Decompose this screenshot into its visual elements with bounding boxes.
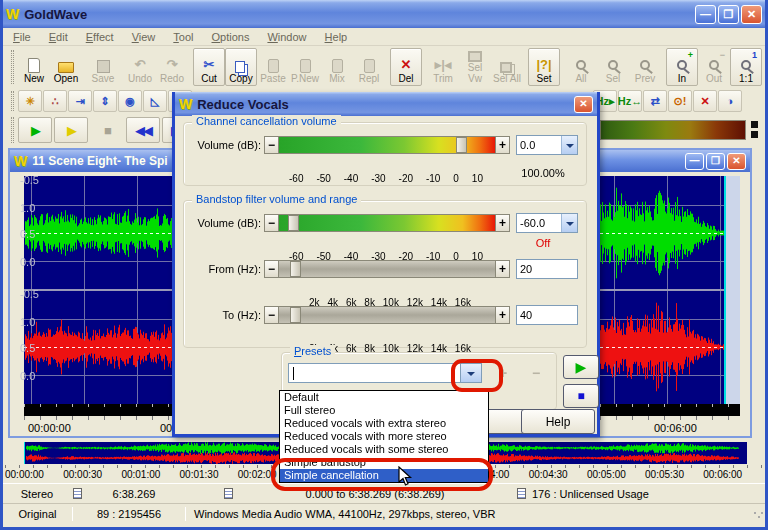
select-all-button[interactable]: Sel All — [491, 48, 523, 86]
stop-button[interactable]: ■ — [90, 117, 124, 143]
from-frequency-slider[interactable] — [279, 260, 495, 278]
play-button[interactable]: ▶ — [18, 117, 52, 143]
fx-seek-button[interactable]: ⇥ — [68, 90, 92, 112]
preset-option[interactable]: Full stereo — [280, 404, 488, 417]
select-view-button[interactable]: Sel Vw — [459, 48, 491, 86]
trim-button[interactable]: ▸|◂ Trim — [427, 48, 459, 86]
close-button[interactable]: ✕ — [741, 5, 762, 24]
preset-option[interactable]: Default — [280, 391, 488, 404]
save-button[interactable]: Save — [87, 48, 119, 86]
bandstop-volume-combo[interactable]: -60.0 — [516, 213, 578, 233]
zoom-all-button[interactable]: All — [565, 48, 597, 86]
to-frequency-slider[interactable] — [279, 306, 495, 324]
dialog-stop-button[interactable]: ■ — [563, 384, 599, 408]
list-icon[interactable] — [517, 488, 526, 499]
toolbar-button-icon: |?| — [536, 56, 551, 73]
from-frequency-field[interactable]: 20 — [516, 259, 578, 279]
menu-item[interactable]: Effect — [86, 31, 114, 43]
resample-button[interactable]: Hz↔ — [618, 90, 642, 112]
copy-button[interactable]: Copy — [225, 48, 257, 86]
set-button[interactable]: |?| Set — [528, 48, 560, 86]
delete-button[interactable]: ✕ Del — [390, 48, 422, 86]
bandstop-volume-increase-button[interactable]: + — [495, 214, 510, 232]
toolbar-badge-icon: 1 — [752, 50, 757, 60]
dialog-close-button[interactable]: ✕ — [574, 96, 593, 113]
menu-item[interactable]: View — [132, 31, 156, 43]
paste-new-button[interactable]: P.New — [289, 48, 321, 86]
chevron-down-icon[interactable] — [561, 214, 577, 232]
menu-item[interactable]: Help — [325, 31, 348, 43]
open-button[interactable]: Open — [50, 48, 82, 86]
license-status: 176 : Unlicensed Usage — [528, 488, 649, 500]
help-button[interactable]: Help — [521, 409, 595, 434]
preset-delete-button[interactable]: − — [524, 363, 548, 383]
slider-thumb[interactable] — [456, 137, 467, 153]
scale-tick-label: -10 — [426, 173, 440, 184]
from-increase-button[interactable]: + — [495, 260, 510, 278]
toolbar-button-icon: ↶ — [135, 56, 146, 73]
list-icon[interactable] — [73, 488, 82, 499]
chevron-down-icon[interactable] — [561, 136, 577, 154]
slider-thumb[interactable] — [288, 215, 299, 231]
replace-button[interactable]: Repl — [353, 48, 385, 86]
resize-grip[interactable] — [753, 511, 763, 521]
dialog-play-button[interactable]: ▶ — [563, 355, 599, 379]
to-decrease-button[interactable]: − — [264, 306, 279, 324]
volume-decrease-button[interactable]: − — [264, 136, 279, 154]
to-frequency-field[interactable]: 40 — [516, 305, 578, 325]
bandstop-volume-slider[interactable] — [279, 214, 495, 232]
fx-expand-button[interactable]: ⇕ — [93, 90, 117, 112]
preset-option[interactable]: Reduced vocals with more stereo — [280, 430, 488, 443]
preset-name-input[interactable] — [288, 363, 460, 383]
menu-item[interactable]: Options — [212, 31, 250, 43]
preset-option[interactable]: Reduced vocals with some stereo — [280, 443, 488, 456]
zoom-in-button[interactable]: + In — [666, 48, 698, 86]
from-decrease-button[interactable]: − — [264, 260, 279, 278]
toolbar-button-icon — [364, 59, 375, 73]
redo-button[interactable]: ↷ Redo — [156, 48, 188, 86]
rewind-button[interactable]: ◀◀ — [126, 117, 160, 143]
status-bar-bottom: Original 89 : 2195456 Windows Media Audi… — [3, 503, 765, 524]
list-icon[interactable] — [224, 488, 233, 499]
zoom-1to1-button[interactable]: 1 1:1 — [730, 48, 762, 86]
doc-close-button[interactable]: ✕ — [727, 153, 746, 170]
menu-item[interactable]: Tool — [173, 31, 193, 43]
minimize-button[interactable]: — — [695, 5, 716, 24]
new-button[interactable]: New — [18, 48, 50, 86]
cut-button[interactable]: ✂ Cut — [193, 48, 225, 86]
toolbar-drag-handle[interactable] — [11, 117, 14, 143]
menu-item[interactable]: File — [13, 31, 31, 43]
slider-thumb[interactable] — [290, 307, 301, 323]
fx-xy-button[interactable]: ∴ — [43, 90, 67, 112]
doc-minimize-button[interactable]: — — [685, 153, 704, 170]
clock-button[interactable]: ◑ — [718, 90, 742, 112]
fx-triangle-button[interactable]: ◺ — [143, 90, 167, 112]
annotation-dropdown-arrow — [451, 359, 503, 392]
toolbar-drag-handle[interactable] — [11, 91, 14, 112]
mix-button[interactable]: Mix — [321, 48, 353, 86]
play-selection-button[interactable]: ▶ — [54, 117, 88, 143]
convert-button[interactable]: ⇄ — [643, 90, 667, 112]
toolbar-drag-handle[interactable] — [11, 50, 14, 84]
to-increase-button[interactable]: + — [495, 306, 510, 324]
maximize-button[interactable]: ❐ — [718, 5, 739, 24]
doc-maximize-button[interactable]: ❐ — [706, 153, 725, 170]
fx-oval-button[interactable]: ◉ — [118, 90, 142, 112]
bandstop-volume-decrease-button[interactable]: − — [264, 214, 279, 232]
fx-dots-button[interactable]: ✳ — [18, 90, 42, 112]
menu-item[interactable]: Window — [267, 31, 306, 43]
menu-item[interactable]: Edit — [49, 31, 68, 43]
slider-thumb[interactable] — [290, 261, 301, 277]
channel-volume-combo[interactable]: 0.0 — [516, 135, 578, 155]
file-format: Windows Media Audio WMA, 44100Hz, 297kbp… — [186, 508, 495, 520]
zoom-out-button[interactable]: − Out — [698, 48, 730, 86]
timer-button[interactable]: ⊙! — [668, 90, 692, 112]
channel-volume-slider[interactable] — [279, 136, 495, 154]
undo-button[interactable]: ↶ Undo — [124, 48, 156, 86]
preset-option[interactable]: Reduced vocals with extra stereo — [280, 417, 488, 430]
mute-button[interactable]: ✕ — [693, 90, 717, 112]
zoom-selection-button[interactable]: Sel — [597, 48, 629, 86]
paste-button[interactable]: Paste — [257, 48, 289, 86]
volume-increase-button[interactable]: + — [495, 136, 510, 154]
zoom-previous-button[interactable]: Prev — [629, 48, 661, 86]
